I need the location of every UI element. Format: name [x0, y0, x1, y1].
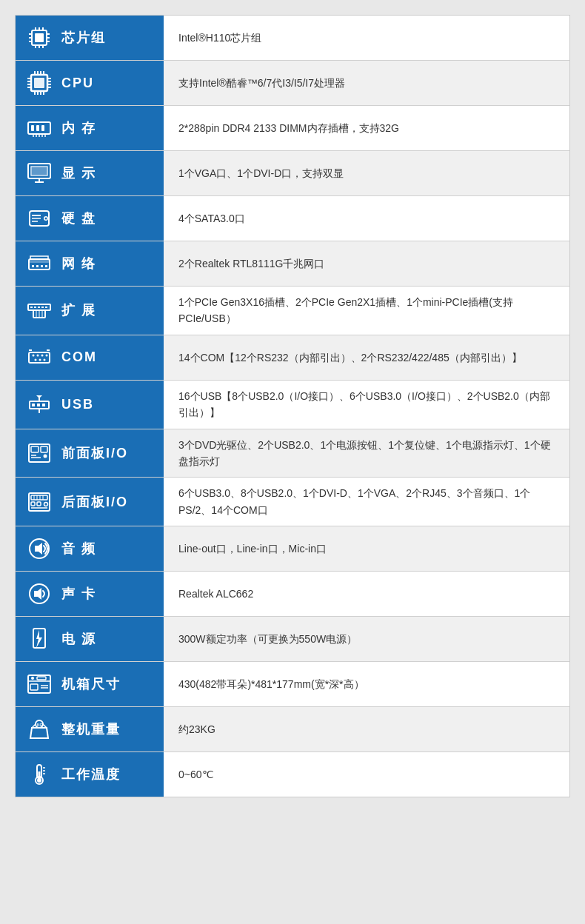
svg-point-95 — [44, 454, 47, 458]
svg-rect-116 — [30, 684, 38, 690]
label-text-expansion: 扩 展 — [61, 301, 96, 319]
svg-point-114 — [31, 677, 34, 680]
label-cell-chassis: 机箱尺寸 — [16, 662, 164, 706]
svg-rect-65 — [41, 307, 44, 308]
cpu-icon — [23, 67, 56, 99]
svg-rect-62 — [30, 307, 33, 308]
svg-rect-15 — [34, 78, 44, 88]
svg-rect-60 — [45, 265, 47, 267]
svg-rect-58 — [36, 265, 39, 267]
label-text-front-panel: 前面板I/O — [61, 444, 128, 462]
label-text-memory: 内 存 — [61, 119, 96, 137]
svg-point-77 — [39, 358, 41, 361]
svg-rect-66 — [45, 307, 47, 308]
spec-row-rear-panel: 后面板I/O6个USB3.0、8个USB2.0、1个DVI-D、1个VGA、2个… — [16, 478, 569, 526]
value-cell-power: 300W额定功率（可更换为550W电源） — [164, 617, 569, 661]
label-text-temperature: 工作温度 — [61, 766, 121, 783]
spec-row-weight: KG 整机重量约23KG — [16, 707, 569, 752]
value-cell-weight: 约23KG — [164, 707, 569, 751]
spec-table: 芯片组Intel®H110芯片组 CPU支持Intel®酷睿™6/7代I3/I5… — [15, 15, 570, 797]
spec-row-chassis: 机箱尺寸430(482带耳朵)*481*177mm(宽*深*高） — [16, 662, 569, 707]
storage-icon — [23, 202, 56, 235]
svg-rect-71 — [29, 352, 50, 363]
svg-rect-97 — [31, 495, 47, 500]
label-text-storage: 硬 盘 — [61, 210, 96, 227]
spec-row-cpu: CPU支持Intel®酷睿™6/7代I3/I5/I7处理器 — [16, 61, 569, 106]
value-cell-front-panel: 3个DVD光驱位、2个USB2.0、1个电源按钮、1个复位键、1个电源指示灯、1… — [164, 429, 569, 478]
front-panel-icon — [23, 437, 56, 469]
svg-text:KG: KG — [37, 723, 43, 727]
label-cell-front-panel: 前面板I/O — [16, 429, 164, 478]
svg-rect-115 — [37, 677, 46, 680]
label-cell-network: 网 络 — [16, 241, 164, 286]
spec-row-temperature: 工作温度0~60℃ — [16, 752, 569, 797]
usb-icon — [23, 388, 56, 421]
chipset-icon — [23, 21, 56, 54]
power-icon — [23, 623, 56, 655]
label-cell-power: 电 源 — [16, 617, 164, 661]
svg-rect-33 — [31, 125, 34, 131]
spec-row-usb: USB16个USB【8个USB2.0（I/O接口）、6个USB3.0（I/O接口… — [16, 381, 569, 429]
svg-rect-64 — [38, 307, 40, 308]
svg-rect-92 — [41, 446, 47, 452]
value-cell-com: 14个COM【12个RS232（内部引出）、2个RS232/422/485（内部… — [164, 335, 569, 380]
label-cell-weight: KG 整机重量 — [16, 707, 164, 751]
value-cell-usb: 16个USB【8个USB2.0（I/O接口）、6个USB3.0（I/O接口）、2… — [164, 381, 569, 429]
svg-marker-83 — [36, 395, 42, 398]
weight-icon: KG — [23, 713, 56, 746]
label-text-cpu: CPU — [61, 76, 94, 91]
label-cell-audio: 音 频 — [16, 526, 164, 571]
spec-row-chipset: 芯片组Intel®H110芯片组 — [16, 16, 569, 61]
label-cell-usb: USB — [16, 381, 164, 429]
label-cell-com: COM — [16, 335, 164, 380]
svg-rect-87 — [42, 404, 45, 406]
svg-point-74 — [41, 354, 44, 356]
svg-marker-107 — [35, 543, 42, 555]
memory-icon — [23, 112, 56, 144]
value-cell-sound-card: Realtek ALC662 — [164, 572, 569, 616]
svg-point-78 — [44, 358, 46, 361]
svg-rect-53 — [29, 259, 50, 263]
label-cell-display: 显 示 — [16, 151, 164, 195]
svg-rect-89 — [31, 446, 39, 452]
svg-point-48 — [45, 218, 47, 220]
value-cell-rear-panel: 6个USB3.0、8个USB2.0、1个DVI-D、1个VGA、2个RJ45、3… — [164, 478, 569, 526]
value-cell-network: 2个Realtek RTL8111G千兆网口 — [164, 241, 569, 286]
value-cell-cpu: 支持Intel®酷睿™6/7代I3/I5/I7处理器 — [164, 61, 569, 105]
label-text-sound-card: 声 卡 — [61, 585, 96, 603]
label-cell-memory: 内 存 — [16, 106, 164, 150]
label-text-display: 显 示 — [61, 164, 96, 182]
spec-row-com: COM14个COM【12个RS232（内部引出）、2个RS232/422/485… — [16, 335, 569, 381]
svg-rect-63 — [34, 307, 36, 308]
svg-point-75 — [46, 354, 48, 356]
label-text-rear-panel: 后面板I/O — [61, 493, 128, 511]
label-text-chassis: 机箱尺寸 — [61, 675, 121, 693]
label-cell-rear-panel: 后面板I/O — [16, 478, 164, 526]
label-text-weight: 整机重量 — [61, 720, 121, 738]
spec-row-display: 显 示1个VGA口、1个DVI-D口，支持双显 — [16, 151, 569, 196]
svg-rect-57 — [32, 265, 34, 267]
spec-row-expansion: 扩 展1个PCIe Gen3X16插槽、2个PCIe Gen2X1插槽、1个mi… — [16, 287, 569, 335]
svg-rect-1 — [35, 33, 44, 42]
svg-rect-35 — [41, 125, 44, 131]
label-cell-sound-card: 声 卡 — [16, 572, 164, 616]
com-icon — [23, 341, 56, 374]
svg-marker-109 — [34, 588, 41, 600]
label-text-network: 网 络 — [61, 255, 96, 272]
temperature-icon — [23, 758, 56, 791]
svg-rect-34 — [36, 125, 39, 131]
value-cell-audio: Line-out口，Line-in口，Mic-in口 — [164, 526, 569, 571]
svg-marker-111 — [36, 630, 42, 648]
value-cell-display: 1个VGA口、1个DVI-D口，支持双显 — [164, 151, 569, 195]
svg-rect-42 — [30, 166, 48, 176]
value-cell-expansion: 1个PCIe Gen3X16插槽、2个PCIe Gen2X1插槽、1个mini-… — [164, 287, 569, 335]
label-text-usb: USB — [61, 397, 94, 412]
spec-row-front-panel: 前面板I/O3个DVD光驱位、2个USB2.0、1个电源按钮、1个复位键、1个电… — [16, 429, 569, 478]
chassis-icon — [23, 668, 56, 700]
sound-card-icon — [23, 578, 56, 610]
spec-row-memory: 内 存2*288pin DDR4 2133 DIMM内存插槽，支持32G — [16, 106, 569, 151]
spec-row-audio: 音 频Line-out口，Line-in口，Mic-in口 — [16, 526, 569, 572]
label-cell-cpu: CPU — [16, 61, 164, 105]
label-text-audio: 音 频 — [61, 540, 96, 558]
label-cell-chipset: 芯片组 — [16, 16, 164, 60]
